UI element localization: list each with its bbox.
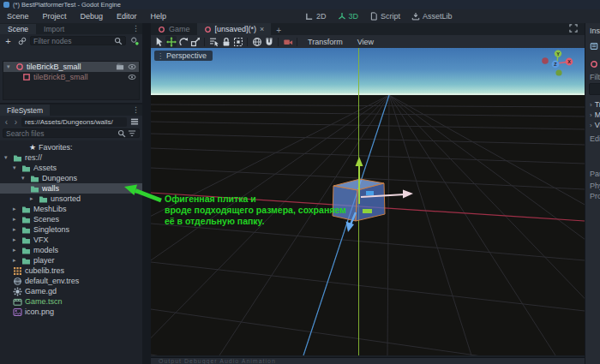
fs-item-meshlibs[interactable]: ▸MeshLibs — [0, 204, 142, 214]
snap-tool-button[interactable] — [263, 36, 274, 47]
tree-caret-icon[interactable]: ▾ — [4, 154, 10, 161]
expand-viewport-icon[interactable] — [569, 24, 578, 33]
list-select-tool-button[interactable] — [208, 36, 219, 47]
lock-tool-button[interactable] — [220, 36, 231, 47]
toggle-split-mode-button[interactable] — [129, 116, 140, 128]
collapse-caret-icon[interactable]: ▾ — [7, 63, 13, 70]
camera-preview-tool-button[interactable] — [282, 36, 293, 47]
menu-editor[interactable]: Editor — [110, 9, 144, 23]
fs-item-assets[interactable]: ▾Assets — [0, 163, 142, 173]
search-files-input[interactable]: Search files — [3, 128, 140, 138]
tree-caret-icon[interactable]: ▾ — [21, 175, 27, 182]
fs-item-walls[interactable]: walls — [0, 183, 142, 194]
tree-caret-icon[interactable]: ▸ — [13, 236, 19, 243]
workspace-3d[interactable]: 3D — [338, 12, 359, 21]
inspector-title: Inspector — [590, 27, 600, 35]
scene-tab-unsaved[interactable]: [unsaved](*) × — [197, 23, 272, 35]
menu-project[interactable]: Project — [36, 9, 74, 23]
scene-tree-root-row[interactable]: ▾ tileBrickB_small — [3, 62, 139, 72]
gizmo-plane-handle-green[interactable] — [363, 209, 372, 213]
open-scene-icon[interactable] — [116, 63, 124, 71]
orientation-gizmo[interactable]: Z X Y — [537, 50, 574, 82]
select-tool-button[interactable] — [153, 36, 165, 47]
filter-properties-input[interactable]: Filter properties — [590, 73, 600, 81]
tree-caret-icon[interactable]: ▾ — [13, 164, 19, 171]
dock-splitter[interactable] — [142, 23, 151, 364]
inspector-row-pause[interactable]: Pause — [590, 170, 600, 178]
inspector-section-matrix[interactable]: ›Matrix — [590, 110, 600, 119]
tree-caret-icon[interactable]: ▸ — [13, 216, 19, 223]
fs-item-vfx[interactable]: ▸VFX — [0, 235, 142, 245]
filesystem-nav: ‹ › res://Assets/Dungeons/walls/ — [0, 116, 142, 128]
resource-icon[interactable] — [590, 42, 598, 51]
scene-tab-game[interactable]: Game — [151, 23, 197, 35]
workspace-2d[interactable]: 2D — [305, 12, 327, 21]
inspector-section-visibility[interactable]: ›Visibility — [590, 121, 600, 129]
local-space-tool-button[interactable] — [251, 36, 262, 47]
workspace-script[interactable]: Script — [369, 12, 400, 21]
inspector-row-process[interactable]: Process — [590, 192, 600, 200]
menu-view[interactable]: View — [351, 38, 381, 46]
tree-caret-icon[interactable]: ▸ — [13, 226, 19, 233]
fs-item-singletons[interactable]: ▸Singletons — [0, 224, 142, 235]
fs-item-scenes[interactable]: ▸Scenes — [0, 214, 142, 224]
nav-back-button[interactable]: ‹ — [3, 117, 10, 127]
inspector-section-transform[interactable]: ›Transform — [590, 100, 600, 109]
filter-nodes-input[interactable]: Filter nodes — [30, 36, 126, 45]
tab-import[interactable]: Import — [36, 24, 72, 34]
filesystem-menu-icon[interactable]: ⋮ — [132, 105, 140, 114]
menu-scene[interactable]: Scene — [0, 9, 36, 23]
fs-item-player[interactable]: ▸player — [0, 255, 142, 266]
fs-item-favorites-[interactable]: ★Favorites: — [0, 142, 142, 152]
axis-neg-x-ball[interactable] — [542, 57, 549, 64]
scene-dock-menu-icon[interactable]: ⋮ — [132, 24, 140, 33]
fs-item-models[interactable]: ▸models — [0, 245, 142, 255]
add-node-button[interactable]: + — [3, 35, 14, 46]
fs-item-cubelib-tres[interactable]: cubelib.tres — [0, 266, 142, 276]
fs-item-res-[interactable]: ▾res:// — [0, 152, 142, 163]
menu-transform[interactable]: Transform — [301, 38, 350, 46]
scale-tool-button[interactable] — [189, 36, 201, 47]
nav-forward-button[interactable]: › — [12, 117, 20, 127]
move-tool-button[interactable] — [165, 36, 177, 47]
fs-item-label: VFX — [33, 236, 49, 244]
tab-scene[interactable]: Scene — [0, 24, 36, 34]
fs-item-dungeons[interactable]: ▾Dungeons — [0, 173, 142, 183]
fs-item-unsorted[interactable]: ▸unsorted — [0, 194, 142, 204]
axis-neg-y-ball[interactable] — [555, 69, 561, 75]
scene-tree-child-row[interactable]: tileBrickB_small — [3, 72, 139, 82]
tree-caret-icon[interactable]: ▸ — [13, 247, 19, 254]
fs-item-default-env-tres[interactable]: default_env.tres — [0, 276, 142, 286]
fs-item-icon-png[interactable]: icon.png — [0, 307, 142, 317]
current-path[interactable]: res://Assets/Dungeons/walls/ — [21, 117, 127, 127]
new-scene-tab-button[interactable]: + — [271, 26, 286, 35]
perspective-menu-button[interactable]: ⋮ Perspective — [154, 51, 213, 61]
filter-node-type-button[interactable] — [129, 35, 140, 46]
fs-item-label: walls — [42, 184, 59, 193]
tree-caret-icon[interactable]: ▸ — [30, 195, 36, 202]
tree-caret-icon[interactable]: ▸ — [13, 257, 19, 264]
inspector-row-editor[interactable]: Editor — [590, 134, 600, 143]
rotate-tool-button[interactable] — [177, 36, 189, 47]
inspector-category-header[interactable] — [589, 83, 600, 95]
group-tool-button[interactable] — [232, 36, 243, 47]
visibility-eye-icon[interactable] — [128, 63, 136, 71]
viewport-3d[interactable]: ⋮ Perspective Z X Y Офигенная плитка ивр… — [151, 48, 585, 355]
workspace-assetlib[interactable]: AssetLib — [411, 12, 453, 21]
lock-icon — [221, 37, 231, 47]
fs-item-game-gd[interactable]: Game.gd — [0, 286, 142, 296]
tree-caret-icon[interactable]: ▸ — [13, 206, 19, 212]
fs-item-game-tscn[interactable]: Game.tscn — [0, 296, 142, 307]
close-tab-icon[interactable]: × — [260, 25, 264, 33]
filesystem-title: FileSystem — [0, 104, 50, 116]
window-title: (*) BestPlatformerTest - Godot Engine — [13, 0, 121, 9]
node3d-icon — [15, 63, 24, 71]
menu-help[interactable]: Help — [144, 9, 174, 23]
visibility-eye-icon[interactable] — [128, 73, 136, 81]
bottom-panel-bar[interactable]: Output Debugger Audio Animation — [151, 357, 585, 364]
split-view-icon — [130, 117, 139, 126]
inspector-row-physics[interactable]: Physics — [590, 182, 600, 190]
menu-debug[interactable]: Debug — [74, 9, 111, 23]
instance-scene-button[interactable] — [16, 35, 27, 46]
gizmo-plane-handle-blue[interactable] — [366, 191, 374, 195]
